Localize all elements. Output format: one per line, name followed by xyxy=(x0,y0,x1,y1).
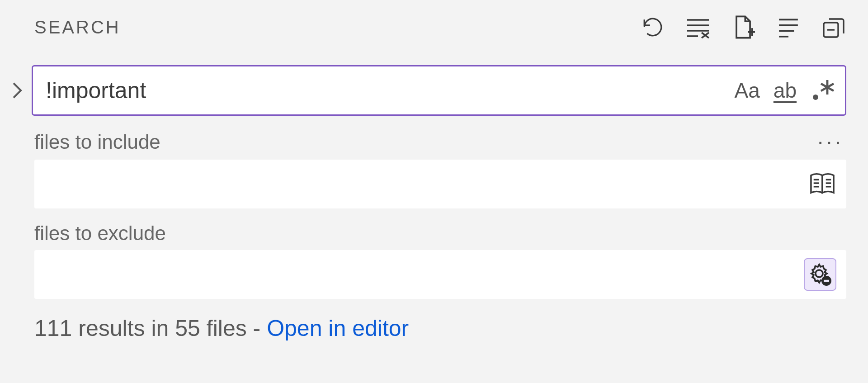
search-row: Aa ab xyxy=(8,65,846,116)
search-panel: SEARCH xyxy=(0,0,868,383)
search-input[interactable] xyxy=(32,65,846,116)
svg-point-14 xyxy=(813,95,818,100)
panel-title: SEARCH xyxy=(34,17,121,38)
exclude-box xyxy=(34,250,846,299)
book-icon[interactable] xyxy=(808,172,836,196)
open-in-editor-link[interactable]: Open in editor xyxy=(267,316,409,341)
view-as-tree-icon[interactable] xyxy=(776,14,801,40)
whole-word-toggle[interactable]: ab xyxy=(772,77,798,104)
include-box xyxy=(34,160,846,208)
collapse-all-icon[interactable] xyxy=(821,14,846,40)
search-input-wrap: Aa ab xyxy=(32,65,846,116)
search-toggles: Aa ab xyxy=(733,77,837,104)
toggle-replace-chevron-icon[interactable] xyxy=(8,81,26,99)
regex-toggle[interactable] xyxy=(808,77,837,104)
match-case-toggle[interactable]: Aa xyxy=(733,77,762,104)
whole-word-label: ab xyxy=(774,78,797,103)
results-count-text: 111 results in 55 files - xyxy=(34,316,267,341)
include-section: files to include ··· xyxy=(34,129,846,208)
files-to-exclude-input[interactable] xyxy=(34,250,846,299)
refresh-icon[interactable] xyxy=(640,14,665,40)
clear-results-icon[interactable] xyxy=(685,14,711,40)
header-actions xyxy=(640,14,846,40)
new-search-editor-icon[interactable] xyxy=(731,14,756,40)
use-exclude-settings-toggle[interactable] xyxy=(804,258,836,291)
svg-point-24 xyxy=(816,270,823,277)
exclude-header: files to exclude xyxy=(34,222,846,245)
exclude-label: files to exclude xyxy=(34,222,166,245)
include-header: files to include ··· xyxy=(34,129,846,154)
match-case-label: Aa xyxy=(735,78,760,103)
include-label: files to include xyxy=(34,131,160,153)
files-to-include-input[interactable] xyxy=(34,160,846,208)
toggle-search-details-icon[interactable]: ··· xyxy=(815,129,846,154)
results-summary: 111 results in 55 files - Open in editor xyxy=(34,315,846,341)
panel-header: SEARCH xyxy=(8,14,846,40)
exclude-section: files to exclude xyxy=(34,222,846,299)
